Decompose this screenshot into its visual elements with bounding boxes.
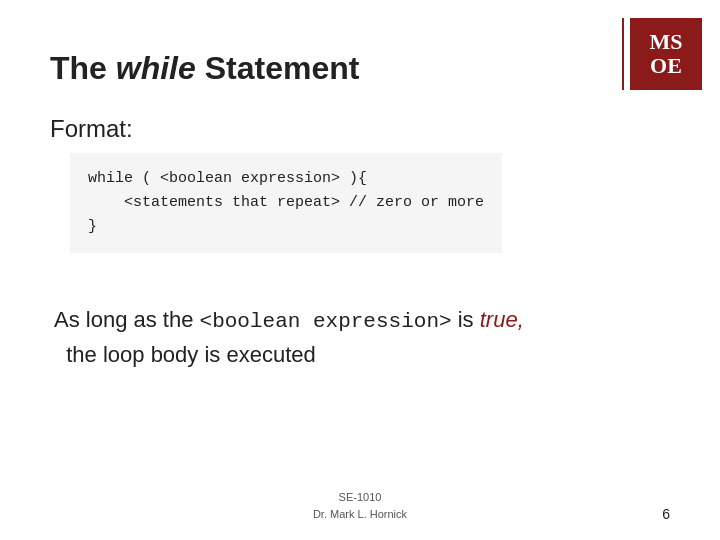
logo-box: MSOE <box>630 18 702 90</box>
code-block: while ( <boolean expression> ){ <stateme… <box>70 153 502 253</box>
bottom-true: true, <box>480 307 524 332</box>
slide: MSOE The while Statement Format: while (… <box>0 0 720 540</box>
footer-page: 6 <box>662 506 670 522</box>
title-prefix: The <box>50 50 116 86</box>
logo-area: MSOE <box>630 18 702 90</box>
format-label: Format: <box>50 115 670 143</box>
bottom-part3: the loop body is executed <box>54 342 316 367</box>
footer-course: SE-1010 <box>339 491 382 503</box>
bottom-code: <boolean expression> <box>200 310 452 333</box>
title-suffix: Statement <box>196 50 360 86</box>
slide-title: The while Statement <box>50 50 670 87</box>
title-keyword: while <box>116 50 196 86</box>
footer: SE-1010 Dr. Mark L. Hornick <box>0 489 720 522</box>
logo-text: MSOE <box>650 30 683 78</box>
bottom-part1: As long as the <box>54 307 200 332</box>
bottom-part2: is <box>452 307 480 332</box>
footer-author: Dr. Mark L. Hornick <box>313 508 407 520</box>
logo-divider <box>622 18 624 90</box>
bottom-text: As long as the <boolean expression> is t… <box>50 303 670 371</box>
